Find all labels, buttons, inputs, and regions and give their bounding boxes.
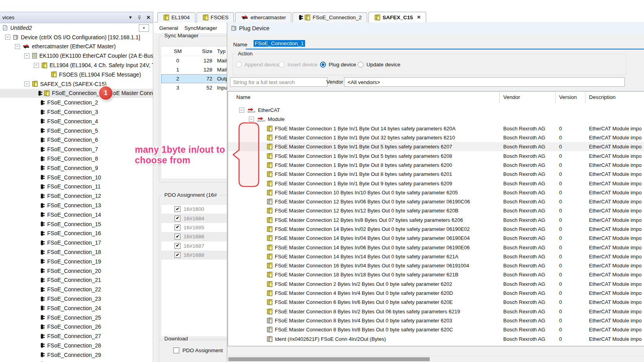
- tree-item[interactable]: [0, 360, 153, 362]
- radio-icon[interactable]: [358, 62, 364, 68]
- tree-item[interactable]: FSoE_Connection_17: [0, 238, 153, 247]
- tree-item[interactable]: FSoE_Connection_7: [0, 144, 153, 154]
- tree-item[interactable]: FSoE_Connection_14: [0, 210, 153, 219]
- tree-item[interactable]: FSoE_Connection_26: [0, 322, 153, 332]
- search-input[interactable]: [230, 77, 328, 87]
- column-header-vendor[interactable]: Vendor: [503, 94, 520, 100]
- column-header-description[interactable]: Description: [589, 94, 616, 100]
- sync-row[interactable]: 0128Mailb: [161, 56, 227, 65]
- expander-minus-icon[interactable]: −: [5, 35, 10, 40]
- tree-item[interactable]: FSoE_Connection_27: [0, 331, 153, 341]
- tab-fsoe-connection-2[interactable]: FSoE_Connection_2: [293, 12, 367, 22]
- tree-item[interactable]: FSoE_Connection_2: [0, 98, 153, 107]
- expander-minus-icon[interactable]: −: [34, 63, 39, 68]
- tree-item[interactable]: −ethercatmaster (EtherCAT Master): [0, 42, 153, 51]
- pdo-item[interactable]: 16#1600: [161, 205, 227, 214]
- tree-item[interactable]: FSoE_Connection_19: [0, 257, 153, 266]
- pdo-item[interactable]: 16#1685: [161, 223, 227, 232]
- radio-option-plug-device[interactable]: Plug device: [320, 62, 356, 68]
- device-row[interactable]: FSoE Master Connection 12 Bytes In/12 By…: [228, 206, 644, 215]
- sync-row[interactable]: 352Inpu: [161, 83, 227, 92]
- tree-item[interactable]: FSoE_Connection_5: [0, 126, 153, 135]
- tree-item[interactable]: −EK1100 (EK1100 EtherCAT Coupler (2A E-B…: [0, 51, 153, 60]
- column-header-name[interactable]: Name: [236, 94, 250, 100]
- device-row[interactable]: FSoE Master Connection 1 Byte In/1 Byte …: [228, 124, 644, 133]
- radio-icon[interactable]: [236, 62, 242, 68]
- close-icon[interactable]: ✕: [146, 15, 151, 20]
- tree-item[interactable]: FSoE_Connection_25: [0, 313, 153, 322]
- device-row[interactable]: FSoE Master Connection 8 Bytes In/2 Byte…: [228, 307, 644, 316]
- tree-item[interactable]: FSoE_Connection_12: [0, 191, 153, 201]
- tree-item[interactable]: FSoE_Connection_22: [0, 285, 153, 294]
- tree-item[interactable]: −Device (ctrlX OS I/O Configuration) [19…: [0, 33, 153, 42]
- device-row[interactable]: FSoE Master Connection 2 Bytes In/2 Byte…: [228, 280, 644, 289]
- pdo-item[interactable]: 16#1687: [161, 241, 227, 250]
- expander-minus-icon[interactable]: −: [24, 81, 29, 86]
- tree-item[interactable]: −EL1904 (EL1904, 4 Ch. Safety Input 24V,…: [0, 60, 153, 70]
- column-header-version[interactable]: Version: [559, 94, 577, 100]
- tree-item[interactable]: FSoE_Connection_10: [0, 173, 153, 182]
- device-row[interactable]: FSoE Master Connection 18 Bytes In/18 By…: [228, 270, 644, 279]
- tree-item[interactable]: FSoE_Connection_18: [0, 247, 153, 257]
- device-row[interactable]: FSoE Master Connection 12 Bytes In/06 By…: [228, 197, 644, 206]
- device-row[interactable]: FSoE Master Connection 12 Bytes In/8 Byt…: [228, 216, 644, 225]
- tree-item[interactable]: FSoE_Connection_21: [0, 276, 153, 285]
- expander-minus-icon[interactable]: −: [239, 108, 244, 113]
- device-row[interactable]: FSoE Master Connection 1 Byte In/1 Byte …: [228, 133, 644, 142]
- tab-safex-c15[interactable]: SAFEX_C15✕: [368, 12, 426, 22]
- device-row[interactable]: FSoE Master Connection 14 Bytes In/02 By…: [228, 225, 644, 234]
- tree-item[interactable]: FSoE_Connection_11: [0, 182, 153, 192]
- pdo-checkbox[interactable]: [175, 252, 180, 258]
- radio-option-append-device[interactable]: Append device: [236, 62, 280, 68]
- pdo-checkbox[interactable]: [175, 225, 180, 230]
- pdo-checkbox[interactable]: [175, 243, 180, 249]
- tree-item[interactable]: FSoE_Connection_13: [0, 201, 153, 210]
- sync-row[interactable]: 272Outp: [161, 74, 227, 83]
- tree-item[interactable]: −SAFEX_C15 (SAFEX-C15): [0, 79, 153, 89]
- catalog-node-ethercat[interactable]: −EtherCATEtherCAT: [228, 106, 644, 115]
- device-row[interactable]: FSoE Master Connection 1 Byte In/1 Byte …: [228, 179, 644, 188]
- pdo-item[interactable]: 16#1688: [161, 250, 227, 260]
- tree-item[interactable]: FSoE_Connection_23: [0, 294, 153, 303]
- tree-item[interactable]: FSoE_Connection_8: [0, 154, 153, 163]
- catalog-node-module[interactable]: −EtherCATModule: [228, 115, 644, 124]
- device-row[interactable]: FSoE Master Connection 1 Byte In/1 Byte …: [228, 142, 644, 151]
- device-row[interactable]: FSoE Master Connection 14 Bytes In/04 By…: [228, 234, 644, 243]
- tab-fsoes[interactable]: FSOES: [197, 12, 234, 22]
- tree-item[interactable]: FSoE_Connection_24: [0, 303, 153, 313]
- tree-item[interactable]: FSoE_Connection_29: [0, 350, 153, 360]
- device-row[interactable]: FSoE Master Connection 1 Byte In/1 Byte …: [228, 170, 644, 179]
- tree-item[interactable]: Untitled2▼: [0, 23, 153, 33]
- device-row[interactable]: FSoE Master Connection 16 Bytes In/04 By…: [228, 261, 644, 270]
- pdo-checkbox[interactable]: [175, 216, 180, 221]
- device-row[interactable]: FSoE Master Connection 14 Bytes In/06 By…: [228, 243, 644, 252]
- tree-item[interactable]: FSoE_Connection_9: [0, 163, 153, 173]
- tab-el1904[interactable]: EL1904: [157, 12, 195, 22]
- radio-icon[interactable]: [279, 62, 285, 68]
- pin-icon[interactable]: [137, 15, 142, 20]
- sync-row[interactable]: 1128Mailb: [161, 65, 227, 74]
- device-row[interactable]: FSoE Master Connection 8 Bytes In/8 Byte…: [228, 325, 644, 334]
- device-row[interactable]: FSoE Master Connection 10 Bytes In/10 By…: [228, 188, 644, 197]
- device-row[interactable]: FSoE Master Connection 4 Bytes In/4 Byte…: [228, 289, 644, 298]
- expander-minus-icon[interactable]: −: [15, 44, 20, 49]
- tree-item[interactable]: FSoE_Connection_3: [0, 107, 153, 117]
- device-row[interactable]: FSoE Master Connection 6 Bytes In/6 Byte…: [228, 298, 644, 307]
- project-selector-dropdown[interactable]: ▼: [139, 24, 149, 32]
- name-input[interactable]: FSoE_Connection_1: [246, 38, 644, 49]
- expander-minus-icon[interactable]: −: [24, 53, 29, 59]
- radio-option-update-device[interactable]: Update device: [358, 62, 400, 68]
- radio-icon[interactable]: [320, 62, 326, 68]
- tree-item[interactable]: FSoE_Connection_16: [0, 229, 153, 238]
- tree-item[interactable]: FSoE_Connection_15: [0, 219, 153, 229]
- close-icon[interactable]: ✕: [417, 15, 421, 20]
- device-row[interactable]: FSoE Master Connection 14 Bytes In/14 By…: [228, 252, 644, 261]
- tree-item[interactable]: FSoE_Connection_1 (FSoE Master Connec: [0, 89, 153, 98]
- device-row[interactable]: FSoE Master Connection 1 Byte In/1 Byte …: [228, 161, 644, 170]
- pdo-assignment-download-checkbox[interactable]: [173, 347, 179, 353]
- device-row[interactable]: Ident (#x0402621F) FSoE Conn 4In/2Out (B…: [228, 334, 644, 343]
- pdo-item[interactable]: 16#1686: [161, 232, 227, 241]
- pdo-checkbox[interactable]: [175, 206, 180, 212]
- scrollbar-thumb[interactable]: [228, 357, 430, 361]
- radio-option-insert-device[interactable]: Insert device: [279, 62, 318, 68]
